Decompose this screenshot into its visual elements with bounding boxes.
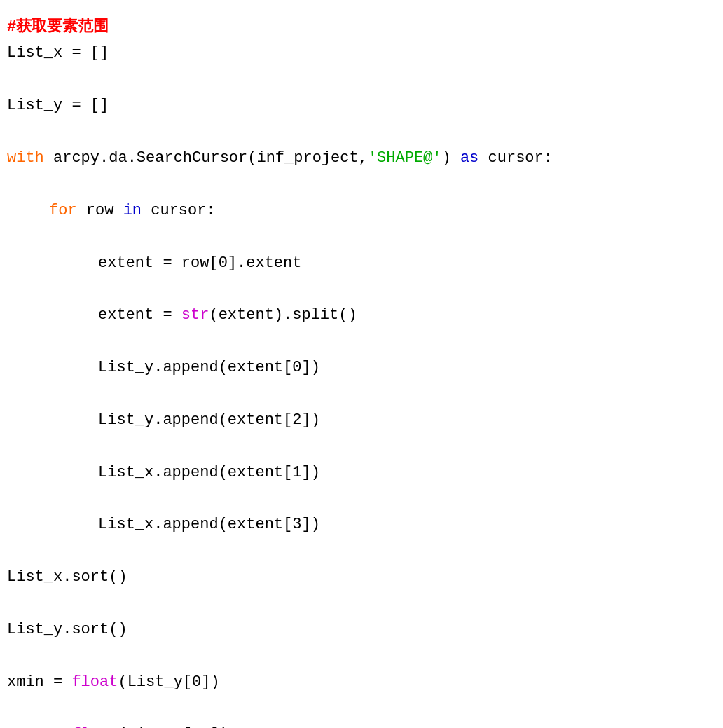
line-listy-sort: List_y.sort() xyxy=(7,617,716,643)
line-empty-1 xyxy=(7,67,716,92)
code-container: #获取要素范围 List_x = [] List_y = [] with arc… xyxy=(7,14,716,728)
line-empty-9 xyxy=(7,486,716,511)
line-empty-4 xyxy=(7,224,716,249)
line-listx-append1: List_x.append(extent[1]) xyxy=(7,460,716,486)
line-listx-sort: List_x.sort() xyxy=(7,564,716,590)
comment-line: #获取要素范围 xyxy=(7,14,716,40)
line-empty-10 xyxy=(7,538,716,564)
line-empty-11 xyxy=(7,591,716,617)
line-extent1: extent = row[0].extent xyxy=(7,250,716,276)
line-empty-7 xyxy=(7,380,716,406)
line-for-statement: for row in cursor: xyxy=(7,198,716,224)
line-list-x-init: List_x = [] xyxy=(7,40,716,66)
line-empty-3 xyxy=(7,171,716,197)
line-listx-append3: List_x.append(extent[3]) xyxy=(7,511,716,537)
comment-text: #获取要素范围 xyxy=(7,18,109,36)
line-with-statement: with arcpy.da.SearchCursor(inf_project,'… xyxy=(7,145,716,171)
line-xmin: xmin = float(List_y[0]) xyxy=(7,669,716,695)
line-empty-2 xyxy=(7,119,716,145)
line-empty-6 xyxy=(7,329,716,355)
line-empty-5 xyxy=(7,276,716,302)
line-listy-append0: List_y.append(extent[0]) xyxy=(7,355,716,380)
line-empty-8 xyxy=(7,433,716,459)
line-empty-13 xyxy=(7,695,716,721)
line-list-y-init: List_y = [] xyxy=(7,92,716,118)
line-empty-12 xyxy=(7,643,716,668)
line-listy-append2: List_y.append(extent[2]) xyxy=(7,407,716,433)
line-xmax: xmax = float(List_y[-1]) xyxy=(7,722,716,728)
line-extent2: extent = str(extent).split() xyxy=(7,302,716,328)
